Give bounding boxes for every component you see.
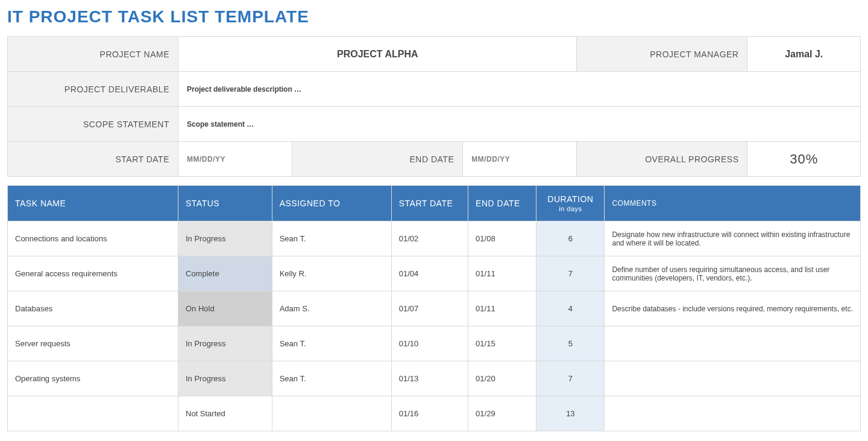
scope-label: SCOPE STATEMENT xyxy=(8,107,178,142)
status-cell[interactable]: In Progress xyxy=(178,221,272,256)
table-row: Operating systemsIn ProgressSean T.01/13… xyxy=(8,361,861,396)
table-row: DatabasesOn HoldAdam S.01/0701/114Descri… xyxy=(8,291,861,326)
start-date-cell[interactable]: 01/07 xyxy=(391,291,468,326)
assigned-cell[interactable]: Sean T. xyxy=(272,326,391,361)
col-task: TASK NAME xyxy=(8,186,178,221)
duration-cell: 6 xyxy=(536,221,605,256)
comments-cell[interactable]: Define number of users requiring simulta… xyxy=(605,256,861,291)
scope-value[interactable]: Scope statement … xyxy=(178,107,861,142)
task-table: TASK NAME STATUS ASSIGNED TO START DATE … xyxy=(7,185,861,431)
col-assigned: ASSIGNED TO xyxy=(272,186,391,221)
meta-row-scope: SCOPE STATEMENT Scope statement … xyxy=(8,107,861,142)
col-status: STATUS xyxy=(178,186,272,221)
end-date-cell[interactable]: 01/29 xyxy=(468,396,536,431)
duration-cell: 13 xyxy=(536,396,605,431)
status-cell[interactable]: In Progress xyxy=(178,326,272,361)
progress-label: OVERALL PROGRESS xyxy=(577,142,747,177)
task-name-cell[interactable]: Databases xyxy=(8,291,178,326)
deliverable-value[interactable]: Project deliverable description … xyxy=(178,72,861,107)
task-header-row: TASK NAME STATUS ASSIGNED TO START DATE … xyxy=(8,186,861,221)
end-date-label: END DATE xyxy=(292,142,463,177)
end-date-cell[interactable]: 01/11 xyxy=(468,291,536,326)
table-row: Server requestsIn ProgressSean T.01/1001… xyxy=(8,326,861,361)
col-duration-label: DURATION xyxy=(547,194,593,204)
status-cell[interactable]: Complete xyxy=(178,256,272,291)
project-meta-table: PROJECT NAME PROJECT ALPHA PROJECT MANAG… xyxy=(7,36,861,177)
project-name-value[interactable]: PROJECT ALPHA xyxy=(178,37,577,72)
task-name-cell[interactable]: Connections and locations xyxy=(8,221,178,256)
start-date-cell[interactable]: 01/16 xyxy=(391,396,468,431)
assigned-cell[interactable]: Sean T. xyxy=(272,221,391,256)
col-duration: DURATION in days xyxy=(536,186,605,221)
assigned-cell[interactable]: Kelly R. xyxy=(272,256,391,291)
table-row: General access requirementsCompleteKelly… xyxy=(8,256,861,291)
deliverable-label: PROJECT DELIVERABLE xyxy=(8,72,178,107)
task-name-cell[interactable]: General access requirements xyxy=(8,256,178,291)
end-date-cell[interactable]: 01/20 xyxy=(468,361,536,396)
start-date-cell[interactable]: 01/10 xyxy=(391,326,468,361)
meta-row-dates: START DATE MM/DD/YY END DATE MM/DD/YY OV… xyxy=(8,142,861,177)
project-manager-value[interactable]: Jamal J. xyxy=(747,37,861,72)
task-name-cell[interactable]: Operating systems xyxy=(8,361,178,396)
status-cell[interactable]: In Progress xyxy=(178,361,272,396)
col-duration-sub: in days xyxy=(544,205,597,212)
start-date-cell[interactable]: 01/13 xyxy=(391,361,468,396)
status-cell[interactable]: On Hold xyxy=(178,291,272,326)
comments-cell[interactable] xyxy=(605,361,861,396)
start-date-cell[interactable]: 01/02 xyxy=(391,221,468,256)
col-comments: COMMENTS xyxy=(605,186,861,221)
comments-cell[interactable]: Describe databases - include versions re… xyxy=(605,291,861,326)
comments-cell[interactable] xyxy=(605,326,861,361)
comments-cell[interactable] xyxy=(605,396,861,431)
start-date-label: START DATE xyxy=(8,142,178,177)
start-date-value[interactable]: MM/DD/YY xyxy=(178,142,292,177)
duration-cell: 7 xyxy=(536,256,605,291)
table-row: Not Started01/1601/2913 xyxy=(8,396,861,431)
end-date-cell[interactable]: 01/11 xyxy=(468,256,536,291)
end-date-value[interactable]: MM/DD/YY xyxy=(463,142,577,177)
duration-cell: 4 xyxy=(536,291,605,326)
project-manager-label: PROJECT MANAGER xyxy=(577,37,747,72)
assigned-cell[interactable] xyxy=(272,396,391,431)
start-date-cell[interactable]: 01/04 xyxy=(391,256,468,291)
end-date-cell[interactable]: 01/15 xyxy=(468,326,536,361)
progress-value[interactable]: 30% xyxy=(747,142,861,177)
assigned-cell[interactable]: Sean T. xyxy=(272,361,391,396)
table-row: Connections and locationsIn ProgressSean… xyxy=(8,221,861,256)
page-title: IT PROJECT TASK LIST TEMPLATE xyxy=(7,7,861,27)
assigned-cell[interactable]: Adam S. xyxy=(272,291,391,326)
duration-cell: 7 xyxy=(536,361,605,396)
col-start: START DATE xyxy=(391,186,468,221)
task-name-cell[interactable] xyxy=(8,396,178,431)
task-name-cell[interactable]: Server requests xyxy=(8,326,178,361)
project-name-label: PROJECT NAME xyxy=(8,37,178,72)
col-end: END DATE xyxy=(468,186,536,221)
meta-row-deliverable: PROJECT DELIVERABLE Project deliverable … xyxy=(8,72,861,107)
comments-cell[interactable]: Designate how new infrastructure will co… xyxy=(605,221,861,256)
status-cell[interactable]: Not Started xyxy=(178,396,272,431)
end-date-cell[interactable]: 01/08 xyxy=(468,221,536,256)
duration-cell: 5 xyxy=(536,326,605,361)
meta-row-name: PROJECT NAME PROJECT ALPHA PROJECT MANAG… xyxy=(8,37,861,72)
